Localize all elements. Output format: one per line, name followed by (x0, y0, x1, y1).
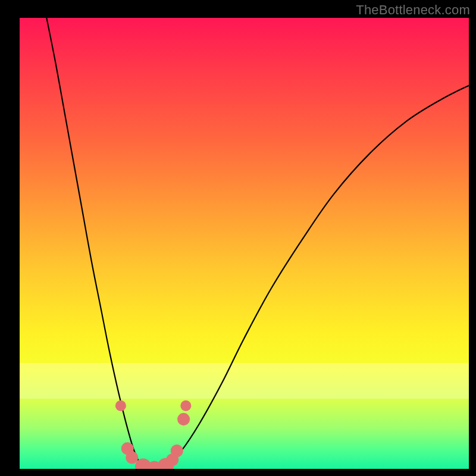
curve-marker (180, 400, 191, 411)
curve-marker (115, 400, 126, 411)
curve-marker (177, 413, 190, 425)
curve-marker (126, 451, 138, 464)
chart-plot-area (20, 18, 469, 469)
curve-marker (158, 458, 174, 469)
curve-marker (166, 453, 178, 466)
curve-marker (171, 444, 183, 457)
bottleneck-curve (20, 18, 469, 469)
highlight-band (20, 363, 469, 399)
curve-marker (148, 461, 161, 469)
curve-marker (135, 459, 151, 469)
curve-marker (121, 442, 134, 455)
watermark-text: TheBottleneck.com (356, 2, 470, 18)
